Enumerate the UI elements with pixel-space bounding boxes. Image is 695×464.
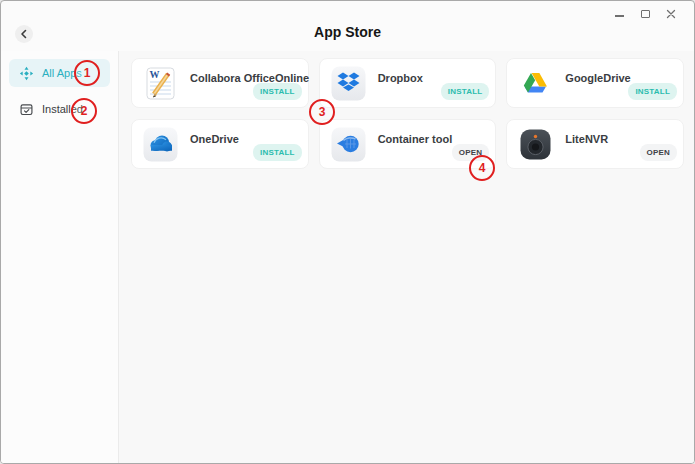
dropbox-icon [330,65,367,102]
app-name: LiteNVR [565,133,608,145]
onedrive-icon [142,126,179,163]
sidebar-item-label: All Apps [42,67,82,79]
app-card[interactable]: Dropbox INSTALL [319,58,497,108]
app-name: OneDrive [190,133,239,145]
app-card[interactable]: LiteNVR OPEN [506,119,684,169]
installed-icon [19,102,34,117]
app-name: Dropbox [378,72,423,84]
app-card[interactable]: Container tool OPEN [319,119,497,169]
minimize-button[interactable] [606,3,632,25]
litenvr-icon [517,126,554,163]
main-content: W Collabora OfficeOnline INSTALL Dropbox… [119,51,694,463]
all-apps-icon [19,66,34,81]
app-name: Container tool [378,133,453,145]
app-card[interactable]: GoogleDrive INSTALL [506,58,684,108]
app-action-button[interactable]: OPEN [640,144,677,161]
close-icon [666,9,676,19]
app-action-button[interactable]: INSTALL [628,83,677,100]
sidebar-item-installed[interactable]: Installed [9,95,110,123]
app-name: GoogleDrive [565,72,630,84]
minimize-icon [615,15,624,17]
titlebar: App Store [1,1,694,51]
app-card[interactable]: OneDrive INSTALL [131,119,309,169]
app-action-button[interactable]: OPEN [452,144,489,161]
app-action-button[interactable]: INSTALL [253,83,302,100]
collabora-office-icon: W [142,65,179,102]
svg-text:W: W [150,69,160,80]
sidebar-item-all-apps[interactable]: All Apps [9,59,110,87]
google-drive-icon [517,65,554,102]
close-button[interactable] [658,3,684,25]
page-title: App Store [1,24,694,40]
app-card[interactable]: W Collabora OfficeOnline INSTALL [131,58,309,108]
window-controls [606,3,684,25]
maximize-button[interactable] [632,3,658,25]
app-grid: W Collabora OfficeOnline INSTALL Dropbox… [131,58,684,169]
maximize-icon [641,10,650,18]
app-action-button[interactable]: INSTALL [441,83,490,100]
sidebar: All Apps Installed [1,51,119,463]
sidebar-item-label: Installed [42,103,83,115]
app-action-button[interactable]: INSTALL [253,144,302,161]
container-tool-icon [330,126,367,163]
app-store-window: App Store All Apps Installed W Collabora… [0,0,695,464]
